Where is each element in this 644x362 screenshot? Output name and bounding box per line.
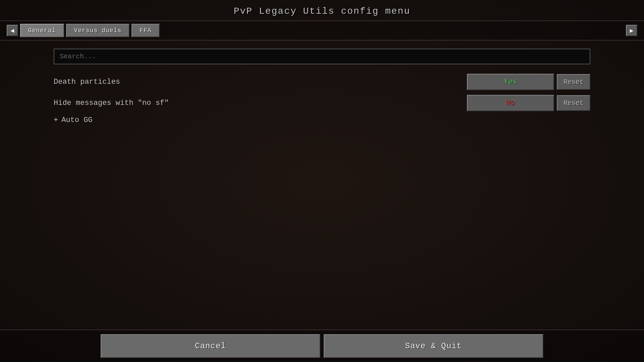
nav-right-arrow[interactable]: ▶ xyxy=(626,25,637,36)
hide-messages-controls: No Reset xyxy=(467,95,590,111)
main-content: Death particles Yes Reset Hide messages … xyxy=(0,41,644,329)
auto-gg-label: Auto GG xyxy=(61,116,92,124)
search-input[interactable] xyxy=(54,49,590,64)
hide-messages-value-btn[interactable]: No xyxy=(467,95,554,111)
auto-gg-expand-icon[interactable]: + xyxy=(54,116,58,124)
cancel-button[interactable]: Cancel xyxy=(101,334,320,358)
death-particles-reset-btn[interactable]: Reset xyxy=(557,74,590,90)
nav-left-arrow[interactable]: ◀ xyxy=(7,25,18,36)
death-particles-label: Death particles xyxy=(54,78,120,86)
hide-messages-reset-btn[interactable]: Reset xyxy=(557,95,590,111)
settings-list: Death particles Yes Reset Hide messages … xyxy=(54,74,590,124)
setting-row-hide-messages: Hide messages with "no sf" No Reset xyxy=(54,95,590,111)
tab-navigation: ◀ General Versus duels FFA ▶ xyxy=(0,20,644,41)
death-particles-controls: Yes Reset xyxy=(467,74,590,90)
tab-ffa[interactable]: FFA xyxy=(131,24,159,37)
death-particles-value-btn[interactable]: Yes xyxy=(467,74,554,90)
hide-messages-label: Hide messages with "no sf" xyxy=(54,99,169,107)
setting-row-death-particles: Death particles Yes Reset xyxy=(54,74,590,90)
search-wrapper xyxy=(54,49,590,64)
tab-general[interactable]: General xyxy=(20,24,64,37)
save-quit-button[interactable]: Save & Quit xyxy=(324,334,543,358)
page-title: PvP Legacy Utils config menu xyxy=(0,6,644,16)
bottom-bar: Cancel Save & Quit xyxy=(0,329,644,362)
auto-gg-group-row: + Auto GG xyxy=(54,116,590,124)
tab-versus-duels[interactable]: Versus duels xyxy=(66,24,130,37)
